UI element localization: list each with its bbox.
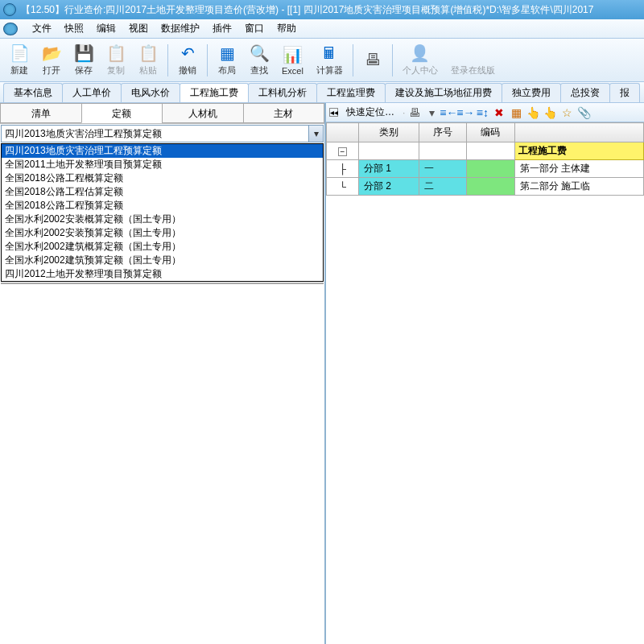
dropdown-option[interactable]: 全国水利2002建筑预算定额（国土专用） bbox=[2, 254, 323, 267]
expand-toggle-icon[interactable]: ◂◂ bbox=[329, 108, 338, 117]
chevron-down-icon: ▾ bbox=[314, 128, 319, 139]
maintab-工程施工费[interactable]: 工程施工费 bbox=[180, 83, 249, 102]
Excel-icon: 📊 bbox=[283, 45, 302, 64]
dropdown-option[interactable]: 全国2018公路工程估算定额 bbox=[2, 185, 323, 199]
maintab-独立费用[interactable]: 独立费用 bbox=[502, 83, 561, 102]
quick-icon[interactable]: ≡↕ bbox=[476, 106, 489, 119]
quick-icon[interactable]: ≡← bbox=[442, 106, 455, 119]
dropdown-option[interactable]: 四川2012土地开发整理项目预算定额 bbox=[2, 267, 323, 281]
data-grid[interactable]: 类别序号编码 −工程施工费├分部 1一第一部分 主体建└分部 2二第二部分 施工… bbox=[326, 122, 644, 644]
个人中心-icon: 👤 bbox=[411, 43, 430, 63]
lefttab-主材[interactable]: 主材 bbox=[243, 103, 325, 123]
toolbar-计算器[interactable]: 🖩计算器 bbox=[310, 42, 349, 78]
grid-cell-category[interactable]: 分部 2 bbox=[359, 178, 419, 196]
quota-combo-input[interactable] bbox=[2, 126, 308, 142]
toolbar-打开[interactable]: 📂打开 bbox=[35, 42, 68, 78]
summary-cell: 工程施工费 bbox=[514, 142, 644, 160]
tree-node[interactable]: ├ bbox=[327, 160, 359, 178]
quick-icon[interactable]: ☆ bbox=[560, 106, 573, 119]
tree-node[interactable]: └ bbox=[327, 178, 359, 196]
menu-插件[interactable]: 插件 bbox=[206, 22, 238, 35]
quick-icon[interactable]: 📎 bbox=[577, 106, 590, 119]
dropdown-option[interactable]: 四川2013地质灾害治理工程预算定额 bbox=[2, 144, 323, 158]
maintab-工程监理费[interactable]: 工程监理费 bbox=[316, 83, 386, 102]
toolbar-撤销[interactable]: ↶撤销 bbox=[171, 42, 204, 78]
toolbar-复制: 📋复制 bbox=[100, 42, 132, 78]
lefttab-定额[interactable]: 定额 bbox=[81, 103, 163, 123]
grid-cell-code[interactable] bbox=[467, 178, 514, 196]
left-pane-bottom bbox=[1, 283, 324, 643]
separator bbox=[207, 44, 208, 76]
布局-icon: ▦ bbox=[217, 43, 237, 63]
grid-header-序号[interactable]: 序号 bbox=[419, 123, 467, 142]
menu-窗口[interactable]: 窗口 bbox=[238, 22, 270, 35]
grid-cell-num[interactable]: 一 bbox=[419, 160, 467, 178]
toolbar-label: 保存 bbox=[75, 64, 93, 76]
maintab-建设及施工场地征用费[interactable]: 建设及施工场地征用费 bbox=[385, 83, 502, 102]
left-pane: 清单定额人材机主材 ▾ 四川2013地质灾害治理工程预算定额全国2011土地开发… bbox=[0, 103, 326, 644]
保存-icon: 💾 bbox=[74, 43, 93, 63]
main-toolbar: 📄新建📂打开💾保存📋复制📋粘贴↶撤销▦布局🔍查找📊Excel🖩计算器🖶👤个人中心… bbox=[0, 39, 644, 82]
打开-icon: 📂 bbox=[42, 43, 61, 63]
toolbar-布局[interactable]: ▦布局 bbox=[211, 42, 243, 78]
dropdown-option[interactable]: 全国2011土地开发整理项目预算定额 bbox=[2, 158, 323, 171]
menu-文件[interactable]: 文件 bbox=[26, 22, 58, 35]
grid-cell-desc[interactable]: 第一部分 主体建 bbox=[514, 160, 644, 178]
tree-toggle[interactable]: − bbox=[327, 142, 359, 160]
quick-icon[interactable]: ≡→ bbox=[459, 106, 472, 119]
titlebar: 【12.50】行业造价:四川2017土地开发整理项目造价(营改增) - [[1]… bbox=[0, 0, 644, 19]
toolbar-btn[interactable]: 🖶 bbox=[357, 49, 389, 72]
left-tabbar: 清单定额人材机主材 bbox=[0, 103, 324, 124]
menu-视图[interactable]: 视图 bbox=[122, 22, 155, 35]
toolbar-label: 布局 bbox=[218, 64, 236, 76]
maintab-报[interactable]: 报 bbox=[609, 83, 640, 102]
menu-帮助[interactable]: 帮助 bbox=[270, 22, 303, 35]
toolbar-label: 打开 bbox=[43, 64, 60, 76]
quick-icon[interactable]: ▦ bbox=[510, 106, 522, 119]
计算器-icon: 🖩 bbox=[320, 43, 339, 63]
grid-cell-category[interactable]: 分部 1 bbox=[359, 160, 419, 178]
quick-locate-label[interactable]: 快速定位… bbox=[341, 105, 399, 119]
grid-header-类别[interactable]: 类别 bbox=[359, 123, 419, 142]
maintab-人工单价[interactable]: 人工单价 bbox=[62, 83, 122, 102]
quota-dropdown-list[interactable]: 四川2013地质灾害治理工程预算定额全国2011土地开发整理项目预算定额全国20… bbox=[1, 143, 324, 282]
toolbar-保存[interactable]: 💾保存 bbox=[68, 42, 100, 78]
dropdown-option[interactable]: 全国2018公路工程预算定额 bbox=[2, 199, 323, 213]
quick-icon[interactable]: ✖ bbox=[493, 106, 506, 119]
dropdown-option[interactable]: 全国水利2002建筑概算定额（国土专用） bbox=[2, 240, 323, 254]
grid-cell-desc[interactable]: 第二部分 施工临 bbox=[514, 178, 644, 196]
quick-icon[interactable]: ▾ bbox=[425, 106, 438, 119]
grid-cell-num[interactable]: 二 bbox=[419, 178, 467, 196]
lefttab-清单[interactable]: 清单 bbox=[0, 103, 81, 123]
toolbar-label: 撤销 bbox=[179, 64, 196, 76]
toolbar-Excel[interactable]: 📊Excel bbox=[275, 43, 310, 77]
maintab-总投资[interactable]: 总投资 bbox=[560, 83, 610, 102]
separator bbox=[167, 44, 168, 76]
toolbar-label: 查找 bbox=[250, 64, 268, 76]
menu-快照[interactable]: 快照 bbox=[58, 22, 90, 35]
quota-combo[interactable]: ▾ bbox=[1, 125, 324, 142]
grid-header-编码[interactable]: 编码 bbox=[467, 123, 514, 142]
dropdown-option[interactable]: 全国水利2002安装概算定额（国土专用） bbox=[2, 213, 323, 226]
menu-数据维护[interactable]: 数据维护 bbox=[155, 22, 206, 35]
quick-icon[interactable]: 🖶 bbox=[408, 106, 421, 119]
maintab-电风水价[interactable]: 电风水价 bbox=[121, 83, 180, 102]
grid-cell-code[interactable] bbox=[467, 160, 514, 178]
grid-header-tree[interactable] bbox=[327, 123, 359, 142]
grid-header-tree[interactable] bbox=[514, 123, 644, 142]
menu-编辑[interactable]: 编辑 bbox=[90, 22, 122, 35]
dropdown-option[interactable]: 全国2018公路工程概算定额 bbox=[2, 171, 323, 185]
toolbar-label: 计算器 bbox=[316, 64, 343, 76]
maintab-基本信息[interactable]: 基本信息 bbox=[3, 83, 63, 102]
quick-icon[interactable]: 👆 bbox=[526, 106, 539, 119]
quota-combo-dropdown-button[interactable]: ▾ bbox=[308, 126, 323, 142]
toolbar-label: 个人中心 bbox=[402, 64, 438, 76]
dropdown-option[interactable]: 全国水利2002安装预算定额（国土专用） bbox=[2, 226, 323, 240]
lefttab-人材机[interactable]: 人材机 bbox=[162, 103, 243, 123]
maintab-工料机分析[interactable]: 工料机分析 bbox=[248, 83, 317, 102]
toolbar-新建[interactable]: 📄新建 bbox=[3, 42, 35, 78]
toolbar-查找[interactable]: 🔍查找 bbox=[243, 42, 275, 78]
quick-icon[interactable]: 👆 bbox=[543, 106, 556, 119]
toolbar-个人中心: 👤个人中心 bbox=[396, 42, 444, 78]
app-logo-icon bbox=[3, 3, 16, 16]
